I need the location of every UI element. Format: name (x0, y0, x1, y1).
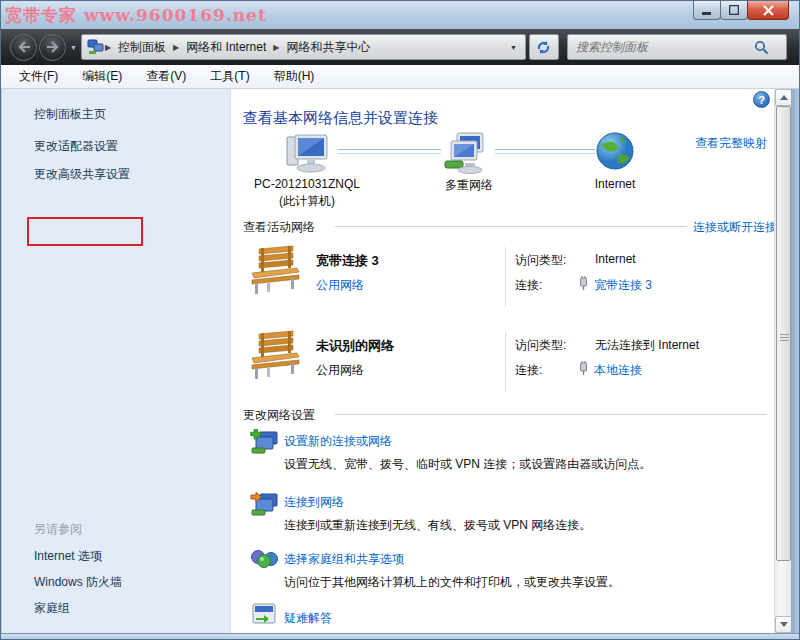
task-connect-to-network-desc: 连接到或重新连接到无线、有线、拨号或 VPN 网络连接。 (284, 517, 591, 534)
highlight-box (27, 217, 143, 246)
computer-icon[interactable] (279, 131, 335, 177)
scrollbar-grip-icon (780, 334, 789, 342)
scroll-up-icon (780, 95, 788, 100)
new-connection-icon (250, 429, 280, 457)
sidebar-item-internet-options[interactable]: Internet 选项 (34, 548, 102, 565)
main-content: ? 查看基本网络信息并设置连接 (231, 89, 774, 633)
help-icon[interactable]: ? (753, 91, 770, 108)
computer-name-label: PC-20121031ZNQL (241, 177, 373, 191)
task-troubleshoot-link[interactable]: 疑难解答 (284, 610, 332, 627)
view-full-map-link[interactable]: 查看完整映射 (695, 135, 767, 152)
sidebar-item-control-panel-home[interactable]: 控制面板主页 (34, 106, 106, 123)
menu-help[interactable]: 帮助(H) (274, 68, 315, 85)
connection-plug-icon (578, 276, 589, 291)
scrollbar-up-button[interactable] (775, 89, 792, 106)
scroll-down-icon (780, 622, 788, 627)
address-bar[interactable]: ▶ 控制面板 ▶ 网络和 Internet ▶ 网络和共享中心 ▼ (81, 34, 526, 60)
nav-history-dropdown-icon[interactable]: ▼ (70, 44, 77, 51)
address-dropdown-icon[interactable]: ▼ (510, 44, 517, 51)
connection-link[interactable]: 本地连接 (594, 362, 642, 379)
task-setup-new-connection-link[interactable]: 设置新的连接或网络 (284, 433, 392, 450)
active-networks-header: 查看活动网络 (243, 219, 315, 236)
network-type-link[interactable]: 公用网络 (316, 277, 364, 294)
connection-link[interactable]: 宽带连接 3 (594, 277, 652, 294)
public-network-bench-icon (247, 330, 303, 382)
homegroup-icon (250, 547, 280, 575)
task-connect-to-network-link[interactable]: 连接到网络 (284, 494, 344, 511)
access-type-label: 访问类型: (515, 252, 566, 269)
network-type-text: 公用网络 (316, 362, 364, 379)
multiple-networks-icon[interactable] (443, 131, 495, 177)
menu-bar: 文件(F) 编辑(E) 查看(V) 工具(T) 帮助(H) (1, 65, 800, 89)
internet-globe-icon[interactable] (595, 131, 635, 171)
breadcrumb-control-panel[interactable]: 控制面板 (111, 39, 173, 56)
sidebar-item-change-advanced-sharing[interactable]: 更改高级共享设置 (34, 166, 130, 183)
access-type-label: 访问类型: (515, 337, 566, 354)
menu-view[interactable]: 查看(V) (146, 68, 186, 85)
connection-plug-icon (578, 361, 589, 376)
navigation-toolbar: ▼ ▶ 控制面板 ▶ 网络和 Internet ▶ 网络和共享中心 ▼ (1, 29, 800, 65)
breadcrumb-network-sharing-center[interactable]: 网络和共享中心 (279, 39, 377, 56)
sidebar-item-change-adapter-settings[interactable]: 更改适配器设置 (34, 138, 118, 155)
menu-edit[interactable]: 编辑(E) (82, 68, 122, 85)
search-box[interactable] (567, 34, 787, 60)
close-button[interactable] (747, 1, 789, 20)
connections-label: 连接: (515, 362, 542, 379)
menu-file[interactable]: 文件(F) (19, 68, 58, 85)
breadcrumb-network-internet[interactable]: 网络和 Internet (179, 39, 273, 56)
troubleshoot-icon (252, 603, 278, 627)
change-settings-header: 更改网络设置 (243, 407, 315, 424)
sidebar-item-windows-firewall[interactable]: Windows 防火墙 (34, 574, 122, 591)
connect-disconnect-link[interactable]: 连接或断开连接 (693, 219, 777, 236)
scrollbar-down-button[interactable] (775, 616, 792, 633)
network-name: 未识别的网络 (316, 337, 394, 355)
scrollbar-thumb[interactable] (776, 106, 791, 561)
forward-arrow-icon (46, 41, 60, 53)
refresh-button[interactable] (529, 34, 559, 60)
back-arrow-icon (17, 41, 31, 53)
network-location-icon (87, 39, 105, 55)
public-network-bench-icon (247, 245, 303, 297)
connect-to-network-icon (250, 491, 280, 519)
title-bar: 宽带专家 www.9600169.net (1, 1, 800, 29)
search-input[interactable] (576, 40, 754, 54)
forward-button[interactable] (39, 34, 66, 61)
minimize-button[interactable] (693, 1, 721, 20)
sidebar: 控制面板主页 更改适配器设置 更改高级共享设置 另请参阅 Internet 选项… (2, 89, 231, 633)
access-type-value: Internet (595, 252, 636, 266)
window-bottom-frame (1, 633, 800, 640)
sidebar-item-homegroup[interactable]: 家庭组 (34, 600, 70, 617)
access-type-value: 无法连接到 Internet (595, 337, 699, 354)
internet-label: Internet (583, 177, 647, 191)
task-homegroup-sharing-link[interactable]: 选择家庭组和共享选项 (284, 551, 404, 568)
computer-sub-label: (此计算机) (241, 193, 373, 210)
back-button[interactable] (10, 34, 37, 61)
see-also-header: 另请参阅 (34, 521, 82, 538)
network-sharing-center-window: 宽带专家 www.9600169.net ▼ (0, 0, 800, 640)
task-homegroup-sharing-desc: 访问位于其他网络计算机上的文件和打印机，或更改共享设置。 (284, 574, 620, 591)
connections-label: 连接: (515, 277, 542, 294)
menu-tools[interactable]: 工具(T) (210, 68, 249, 85)
vertical-scrollbar[interactable] (774, 89, 791, 633)
network-name: 宽带连接 3 (316, 252, 379, 270)
search-icon (754, 40, 769, 55)
maximize-button[interactable] (720, 1, 748, 20)
multiple-networks-label: 多重网络 (431, 177, 507, 194)
task-setup-new-connection-desc: 设置无线、宽带、拨号、临时或 VPN 连接；或设置路由器或访问点。 (284, 456, 651, 473)
page-title: 查看基本网络信息并设置连接 (243, 109, 438, 128)
window-right-frame (791, 89, 800, 633)
watermark-text: 宽带专家 www.9600169.net (5, 4, 267, 27)
refresh-icon (536, 40, 551, 55)
